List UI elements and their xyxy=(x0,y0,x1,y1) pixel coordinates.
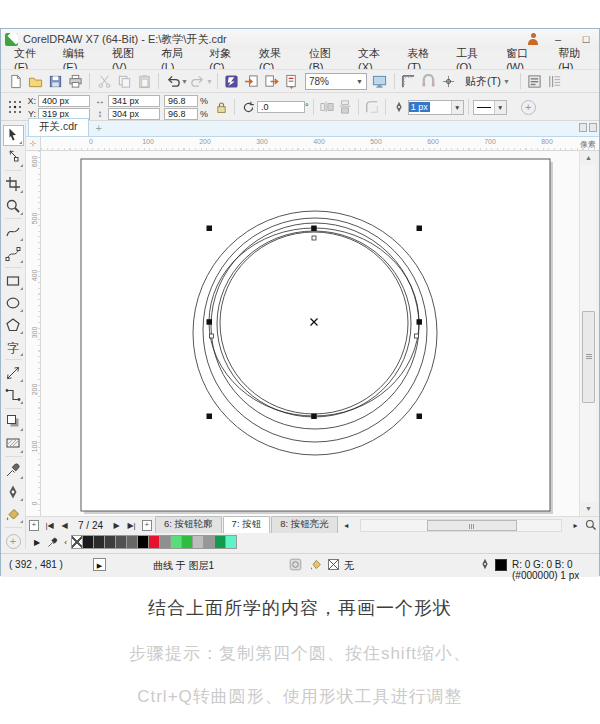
outline-width-combo[interactable]: 1 px ▼ xyxy=(408,100,464,115)
welcome-screen-icon[interactable] xyxy=(545,71,565,91)
bezier-tool-icon[interactable] xyxy=(3,244,24,264)
outline-pen-tool-icon[interactable] xyxy=(3,482,24,502)
eyedropper-tool-icon[interactable] xyxy=(3,460,24,480)
page-tab-2[interactable]: 8: 按钮亮光 xyxy=(271,516,338,533)
zoom-tool-icon[interactable] xyxy=(3,195,24,215)
palette-flyout-icon[interactable]: ▶ xyxy=(34,538,40,547)
snap-to-icon[interactable] xyxy=(439,71,459,91)
last-page-icon[interactable]: ▶| xyxy=(124,521,139,530)
palette-scroll-left-icon[interactable]: ‹ xyxy=(64,538,67,547)
scroll-up-icon[interactable]: ▲ xyxy=(581,151,596,165)
ruler-origin[interactable]: ⊹ xyxy=(26,137,41,151)
export-icon[interactable] xyxy=(262,71,282,91)
quick-zoom-icon[interactable] xyxy=(583,518,599,533)
palette-eyedropper-icon[interactable] xyxy=(44,535,60,550)
view-navigator-toggles[interactable] xyxy=(579,123,599,136)
object-info: 曲线 于 图层1 xyxy=(153,559,214,573)
caption-hint-line1: 步骤提示：复制第四个圆、按住shift缩小、 xyxy=(0,642,600,665)
transparency-tool-icon[interactable] xyxy=(3,433,24,453)
snap-off-icon[interactable] xyxy=(419,71,439,91)
color-swatch-13[interactable] xyxy=(225,535,237,549)
x-position-field[interactable]: 400 px xyxy=(38,95,90,107)
add-page-before-icon[interactable] xyxy=(29,520,39,531)
page-tab-0[interactable]: 6: 按钮轮廓 xyxy=(155,516,222,533)
redo-dropdown-icon[interactable]: ▼ xyxy=(206,78,213,85)
undo-dropdown-icon[interactable]: ▼ xyxy=(181,78,188,85)
document-tab[interactable]: 开关.cdr xyxy=(28,118,89,136)
rectangle-tool-icon[interactable] xyxy=(3,270,24,290)
line-style-combo[interactable]: ▼ xyxy=(473,100,507,115)
horizontal-scroll-thumb[interactable] xyxy=(427,520,517,531)
height-field[interactable]: 304 px xyxy=(108,108,160,120)
pick-tool-icon[interactable] xyxy=(3,125,24,146)
tab-scroll-left-icon[interactable]: ◂ xyxy=(339,521,354,530)
customize-toolbox-button[interactable]: + xyxy=(6,534,21,549)
dimension-tool-icon[interactable] xyxy=(3,363,24,383)
undo-icon[interactable] xyxy=(163,71,183,91)
ellipse-tool-icon[interactable] xyxy=(3,292,24,312)
drop-shadow-tool-icon[interactable] xyxy=(3,411,24,431)
first-page-icon[interactable]: |◀ xyxy=(42,521,57,530)
connector-tool-icon[interactable] xyxy=(3,385,24,405)
canvas-viewport[interactable] xyxy=(41,151,579,516)
v-ruler-tick: 200 xyxy=(31,383,38,397)
x-label: X: xyxy=(26,96,36,106)
text-tool-icon[interactable]: 字 xyxy=(3,336,24,356)
fill-color-icon[interactable] xyxy=(309,558,322,573)
document-properties-icon[interactable] xyxy=(289,558,302,573)
save-icon[interactable] xyxy=(45,71,65,91)
freehand-tool-icon[interactable] xyxy=(3,222,24,242)
scroll-down-icon[interactable]: ▼ xyxy=(581,502,596,516)
shape-tool-icon[interactable] xyxy=(3,147,24,167)
color-palette: ▶ ‹ xyxy=(26,533,599,551)
application-launcher-icon[interactable] xyxy=(222,71,242,91)
outline-pen-icon xyxy=(390,98,408,116)
ruler-unit-label: 像素 xyxy=(580,139,596,150)
h-ruler-tick: 200 xyxy=(199,138,211,145)
rotation-field[interactable]: .0 xyxy=(257,101,305,113)
import-icon[interactable] xyxy=(242,71,262,91)
next-page-icon[interactable]: ▶ xyxy=(109,521,124,530)
redo-icon[interactable] xyxy=(188,71,208,91)
print-icon[interactable] xyxy=(65,71,85,91)
polygon-tool-icon[interactable] xyxy=(3,314,24,334)
lock-ratio-icon[interactable] xyxy=(212,98,230,116)
vertical-scrollbar[interactable]: ▲ ▼ xyxy=(579,151,596,516)
scale-y-field[interactable]: 96.8 xyxy=(164,108,198,120)
customize-propbar-button[interactable]: + xyxy=(521,100,536,115)
snap-combo[interactable]: 贴齐(T) ▼ xyxy=(459,74,516,89)
open-icon[interactable] xyxy=(25,71,45,91)
vertical-ruler[interactable]: 6005004003002001000 xyxy=(26,151,41,516)
mirror-horizontal-icon[interactable] xyxy=(318,98,336,116)
new-document-tab-button[interactable]: + xyxy=(89,122,109,136)
show-rulers-icon[interactable] xyxy=(399,71,419,91)
previous-page-icon[interactable]: ◀ xyxy=(57,521,72,530)
scale-x-field[interactable]: 96.8 xyxy=(164,95,198,107)
outline-pen-status-icon[interactable] xyxy=(479,558,491,572)
cut-icon[interactable] xyxy=(94,71,114,91)
object-origin-grid-icon[interactable] xyxy=(8,100,22,114)
options-icon[interactable] xyxy=(525,71,545,91)
horizontal-ruler[interactable]: 0100200300400500600700800像素 xyxy=(41,137,599,151)
object-details-icon[interactable]: ▶ xyxy=(93,558,106,571)
h-ruler-tick: 400 xyxy=(313,138,325,145)
fullscreen-preview-icon[interactable] xyxy=(370,71,390,91)
width-field[interactable]: 341 px xyxy=(108,95,160,107)
snap-label: 贴齐(T) xyxy=(465,74,501,89)
tab-scroll-right-icon[interactable]: ▸ xyxy=(568,521,583,530)
copy-icon[interactable] xyxy=(114,71,134,91)
horizontal-scrollbar[interactable] xyxy=(360,519,562,532)
publish-pdf-icon[interactable] xyxy=(282,71,302,91)
crop-tool-icon[interactable] xyxy=(3,173,24,193)
rotation-icon xyxy=(239,98,257,116)
zoom-level-combo[interactable]: 78% ▼ xyxy=(305,73,367,90)
paste-icon[interactable] xyxy=(134,71,154,91)
mirror-vertical-icon[interactable] xyxy=(336,98,354,116)
drawing-canvas[interactable] xyxy=(41,151,579,516)
vertical-scroll-thumb[interactable] xyxy=(582,311,595,403)
new-document-icon[interactable] xyxy=(5,71,25,91)
page-tab-1[interactable]: 7: 按钮 xyxy=(223,516,271,533)
smart-fill-tool-icon[interactable] xyxy=(3,504,24,524)
round-corner-icon[interactable] xyxy=(363,98,381,116)
add-page-after-icon[interactable] xyxy=(142,520,152,531)
